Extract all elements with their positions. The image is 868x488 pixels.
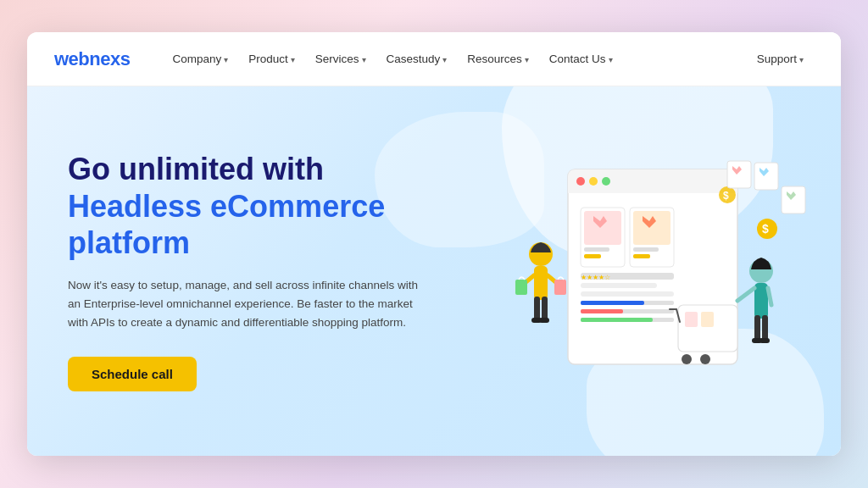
svg-rect-34 — [539, 318, 549, 323]
chevron-down-icon: ▾ — [362, 55, 366, 64]
svg-rect-8 — [584, 247, 609, 252]
svg-rect-9 — [584, 254, 601, 258]
svg-text:$: $ — [723, 190, 729, 202]
chevron-down-icon: ▾ — [291, 55, 295, 64]
svg-rect-28 — [701, 312, 714, 327]
svg-rect-21 — [581, 309, 623, 313]
svg-rect-47 — [727, 161, 751, 188]
svg-text:$: $ — [762, 222, 769, 236]
svg-rect-11 — [633, 211, 670, 245]
hero-title-line3: platform — [68, 225, 424, 261]
schedule-call-button[interactable]: Schedule call — [68, 357, 197, 391]
chevron-down-icon: ▾ — [799, 55, 804, 64]
nav-right: Support ▾ — [747, 47, 814, 70]
chevron-down-icon: ▾ — [525, 55, 529, 64]
nav-item-services[interactable]: Services ▾ — [307, 47, 375, 70]
hero-title-line2: Headless eCommerce — [68, 188, 424, 225]
svg-rect-32 — [542, 297, 548, 320]
svg-rect-49 — [782, 186, 805, 214]
nav-item-casestudy[interactable]: Casestudy ▾ — [378, 47, 456, 70]
chevron-down-icon: ▾ — [224, 55, 228, 64]
support-label: Support — [757, 53, 797, 65]
ecommerce-illustration: ★★★★☆ — [492, 144, 814, 398]
browser-window: webnexs Company ▾ Product ▾ Services ▾ C… — [27, 32, 841, 456]
hero-content: Go unlimited with Headless eCommerce pla… — [68, 151, 424, 391]
support-button[interactable]: Support ▾ — [747, 47, 814, 70]
svg-rect-12 — [633, 247, 659, 252]
nav-item-resources[interactable]: Resources ▾ — [459, 47, 537, 70]
svg-rect-31 — [534, 297, 540, 320]
svg-point-3 — [576, 177, 585, 186]
svg-point-26 — [700, 354, 710, 364]
svg-rect-13 — [633, 254, 650, 258]
nav-label-services: Services — [315, 53, 359, 65]
svg-rect-7 — [584, 211, 621, 245]
hero-description: Now it's easy to setup, manage, and sell… — [68, 276, 424, 333]
nav-label-resources: Resources — [467, 53, 522, 65]
svg-rect-36 — [554, 280, 566, 295]
svg-rect-30 — [534, 266, 548, 300]
svg-point-4 — [589, 177, 598, 186]
nav-item-product[interactable]: Product ▾ — [240, 47, 303, 70]
hero-title: Go unlimited with Headless eCommerce pla… — [68, 151, 424, 261]
svg-rect-19 — [581, 301, 644, 305]
svg-rect-16 — [581, 291, 674, 297]
nav-links: Company ▾ Product ▾ Services ▾ Casestudy… — [164, 47, 746, 70]
nav-item-company[interactable]: Company ▾ — [164, 47, 236, 70]
svg-rect-48 — [754, 163, 778, 190]
svg-rect-23 — [581, 318, 653, 322]
svg-point-5 — [602, 177, 610, 186]
logo[interactable]: webnexs — [54, 48, 130, 70]
svg-rect-42 — [760, 338, 770, 343]
svg-rect-15 — [581, 283, 657, 288]
chevron-down-icon: ▾ — [609, 55, 613, 64]
chevron-down-icon: ▾ — [442, 55, 447, 64]
nav-label-company: Company — [172, 53, 221, 65]
svg-point-25 — [682, 354, 692, 364]
nav-item-contact[interactable]: Contact Us ▾ — [541, 47, 621, 70]
nav-label-casestudy: Casestudy — [387, 53, 441, 65]
nav-label-product: Product — [248, 53, 288, 65]
nav-label-contact: Contact Us — [549, 53, 606, 65]
svg-text:★★★★☆: ★★★★☆ — [581, 274, 610, 281]
hero-title-line1: Go unlimited with — [68, 151, 424, 187]
hero-illustration: ★★★★☆ — [492, 144, 814, 398]
svg-rect-27 — [685, 312, 698, 327]
navbar: webnexs Company ▾ Product ▾ Services ▾ C… — [27, 32, 841, 86]
hero-section: Go unlimited with Headless eCommerce pla… — [27, 86, 841, 456]
svg-rect-35 — [515, 280, 527, 295]
svg-rect-40 — [762, 315, 768, 341]
svg-rect-39 — [754, 315, 760, 341]
